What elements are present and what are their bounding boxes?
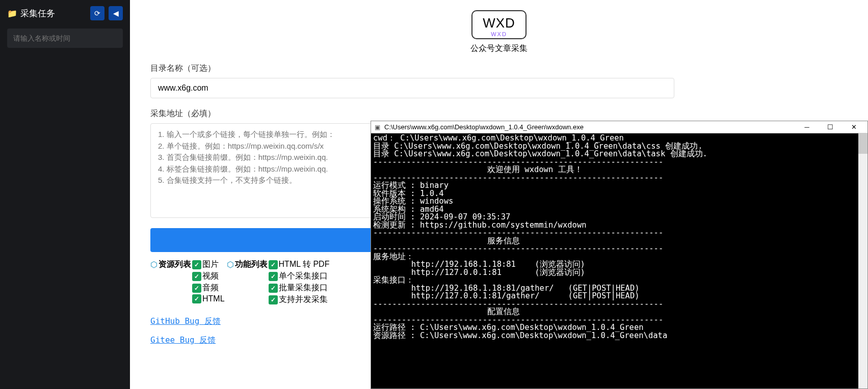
logo-text-small: WXD bbox=[483, 31, 515, 37]
list-item: ✓视频 bbox=[192, 271, 225, 282]
feature-list-title-text: 功能列表 bbox=[235, 259, 268, 270]
list-item-label: 批量采集接口 bbox=[279, 283, 328, 293]
console-title: C:\Users\www.x6g.com\Desktop\wxdown_1.0.… bbox=[384, 123, 795, 131]
list-item: ✓图片 bbox=[192, 259, 225, 270]
console-titlebar[interactable]: ▣ C:\Users\www.x6g.com\Desktop\wxdown_1.… bbox=[371, 121, 867, 133]
refresh-icon: ⟳ bbox=[94, 9, 100, 17]
console-scrollbar-thumb[interactable] bbox=[858, 133, 867, 154]
list-item-label: 视频 bbox=[202, 271, 219, 282]
resource-list-title: ⬡ 资源列表 bbox=[150, 259, 191, 270]
check-icon: ✓ bbox=[269, 284, 278, 293]
sidebar-header: 📁 采集任务 ⟳ ◀ bbox=[0, 0, 130, 25]
resource-list-title-text: 资源列表 bbox=[159, 259, 191, 270]
logo-area: WXD WXD bbox=[150, 10, 848, 39]
feature-list-items: ✓HTML 转 PDF✓单个采集接口✓批量采集接口✓支持并发采集 bbox=[269, 259, 330, 305]
check-icon: ✓ bbox=[192, 294, 201, 303]
list-item-label: 图片 bbox=[202, 259, 219, 270]
check-icon: ✓ bbox=[192, 272, 201, 281]
search-input[interactable] bbox=[13, 34, 117, 42]
list-item-label: 音频 bbox=[202, 283, 219, 293]
list-item: ✓单个采集接口 bbox=[269, 271, 330, 282]
refresh-button[interactable]: ⟳ bbox=[90, 6, 104, 20]
window-controls: ─ ☐ ✕ bbox=[795, 121, 865, 133]
logo-text-big: WXD bbox=[483, 15, 515, 31]
feature-list-title: ⬡ 功能列表 bbox=[227, 259, 268, 270]
list-item-label: HTML 转 PDF bbox=[279, 259, 330, 270]
logo-box: WXD WXD bbox=[471, 10, 527, 39]
minimize-button[interactable]: ─ bbox=[795, 121, 819, 133]
folder-icon: 📁 bbox=[7, 9, 17, 18]
hex-icon: ⬡ bbox=[150, 260, 157, 269]
search-box bbox=[7, 29, 123, 48]
check-icon: ✓ bbox=[192, 284, 201, 293]
console-scrollbar[interactable] bbox=[858, 133, 867, 388]
check-icon: ✓ bbox=[269, 295, 278, 304]
back-icon: ◀ bbox=[113, 9, 119, 17]
url-label: 采集地址（必填） bbox=[150, 108, 848, 119]
close-button[interactable]: ✕ bbox=[842, 121, 865, 133]
sidebar: 📁 采集任务 ⟳ ◀ bbox=[0, 0, 130, 389]
list-item: ✓支持并发采集 bbox=[269, 294, 330, 305]
list-item-label: HTML bbox=[202, 294, 225, 303]
dir-input[interactable] bbox=[150, 78, 674, 98]
back-button[interactable]: ◀ bbox=[109, 6, 123, 20]
console-app-icon: ▣ bbox=[373, 123, 381, 131]
check-icon: ✓ bbox=[269, 272, 278, 281]
list-item: ✓批量采集接口 bbox=[269, 283, 330, 293]
sidebar-title-text: 采集任务 bbox=[20, 8, 55, 19]
list-item: ✓HTML bbox=[192, 294, 225, 303]
feature-list-block: ⬡ 功能列表 ✓HTML 转 PDF✓单个采集接口✓批量采集接口✓支持并发采集 bbox=[227, 259, 330, 305]
app-subtitle: 公众号文章采集 bbox=[150, 43, 848, 54]
sidebar-title: 📁 采集任务 bbox=[7, 8, 86, 19]
console-body[interactable]: cwd： C:\Users\www.x6g.com\Desktop\wxdown… bbox=[371, 133, 867, 388]
maximize-button[interactable]: ☐ bbox=[819, 121, 842, 133]
resource-list-block: ⬡ 资源列表 ✓图片✓视频✓音频✓HTML bbox=[150, 259, 225, 305]
console-window: ▣ C:\Users\www.x6g.com\Desktop\wxdown_1.… bbox=[371, 121, 868, 389]
list-item-label: 单个采集接口 bbox=[279, 271, 328, 282]
check-icon: ✓ bbox=[269, 260, 278, 269]
list-item-label: 支持并发采集 bbox=[279, 294, 328, 305]
list-item: ✓HTML 转 PDF bbox=[269, 259, 330, 270]
list-item: ✓音频 bbox=[192, 283, 225, 293]
dir-label: 目录名称（可选） bbox=[150, 63, 848, 74]
hex-icon: ⬡ bbox=[227, 260, 234, 269]
resource-list-items: ✓图片✓视频✓音频✓HTML bbox=[192, 259, 225, 303]
check-icon: ✓ bbox=[192, 260, 201, 269]
